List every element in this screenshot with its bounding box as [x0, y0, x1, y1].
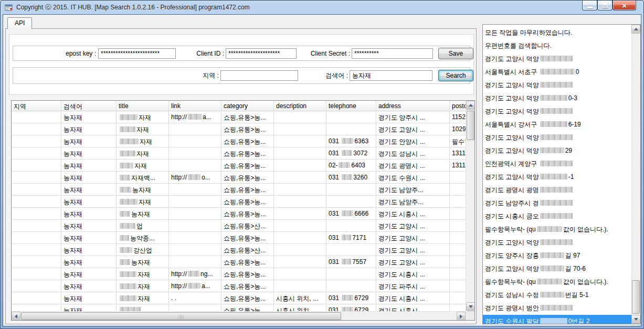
grid-cell[interactable]: 자재: [117, 268, 169, 280]
grid-cell[interactable]: 농자재: [61, 196, 117, 208]
grid-cell[interactable]: 쇼핑,유통>산...: [221, 220, 274, 232]
grid-cell[interactable]: [169, 304, 221, 311]
grid-cell[interactable]: 경기도 안양시 ...: [376, 135, 450, 147]
log-item[interactable]: 필수항목누락- (qu값이 없습니다.).: [483, 275, 631, 289]
grid-cell[interactable]: 경기도 남양주...: [376, 184, 450, 196]
grid-cell[interactable]: 02-6403: [326, 160, 376, 172]
grid-cell[interactable]: [12, 160, 61, 172]
log-item[interactable]: 경기도 고양시 덕양: [483, 131, 631, 144]
save-button[interactable]: Save: [438, 48, 473, 59]
table-row[interactable]: 농자재자재http://ng...쇼핑,유통>농...경기도 시흥시 ...: [12, 268, 466, 280]
grid-cell[interactable]: 농자재: [61, 256, 117, 268]
client-secret-input[interactable]: [352, 48, 433, 59]
grid-cell[interactable]: 경기도 광명시 ...: [376, 160, 450, 172]
grid-cell[interactable]: [12, 135, 61, 147]
table-row[interactable]: 농자재강산업쇼핑,유통>산...경기도 고양시 ...: [12, 244, 466, 256]
grid-cell[interactable]: 농자재: [61, 292, 117, 304]
grid-cell[interactable]: 031 6729: [326, 304, 376, 311]
grid-cell[interactable]: [274, 123, 326, 135]
grid-cell[interactable]: 농자재: [61, 304, 117, 311]
grid-cell[interactable]: 경기도 수원시 ...: [376, 172, 450, 184]
grid-cell[interactable]: http://a...: [169, 280, 221, 292]
grid-cell[interactable]: [12, 208, 61, 220]
grid-cell[interactable]: 자재: [117, 111, 169, 123]
grid-cell[interactable]: http://o...: [169, 172, 221, 184]
region-input[interactable]: [220, 70, 298, 81]
grid-cell[interactable]: [12, 280, 61, 292]
grid-cell[interactable]: [326, 244, 376, 256]
log-item[interactable]: 인천광역시 계양구: [483, 157, 631, 171]
grid-cell[interactable]: [274, 256, 326, 268]
log-item[interactable]: 경기도 고양시 덕양-1: [483, 171, 631, 184]
grid-cell[interactable]: [12, 292, 61, 304]
grid-cell[interactable]: [274, 160, 326, 172]
table-row[interactable]: 농자재자재쇼핑,유통>농...경기도 고양시 ...10290: [12, 123, 466, 135]
table-row[interactable]: 농자재자재http://a...쇼핑,유통>농...경기도 파주시 ...: [12, 280, 466, 292]
grid-cell[interactable]: 쇼핑,유통>농...: [221, 208, 274, 220]
client-id-input[interactable]: [226, 48, 297, 59]
grid-cell[interactable]: 농자재: [61, 111, 117, 123]
table-row[interactable]: 농자재자재http://a...쇼핑,유통>농...경기도 양주시 ...115…: [12, 111, 466, 123]
table-row[interactable]: 농자재농자재쇼핑,유통>농...경기도 남양주...: [12, 184, 466, 196]
log-item[interactable]: 경기도 성남시 수정번길 5-1: [483, 289, 631, 302]
grid-cell[interactable]: [12, 232, 61, 244]
table-row[interactable]: 농자재쇼핑,유통>농...시흥시 위치...031 6729경기도 시흥시...: [12, 304, 466, 311]
table-row[interactable]: 농자재자재쇼핑,유통>농...031 6363경기도 안양시 ...필수항목누락…: [12, 135, 466, 147]
grid-cell[interactable]: 농자재: [117, 208, 169, 220]
grid-cell[interactable]: [326, 196, 376, 208]
log-item[interactable]: 경기도 고양시 덕양: [483, 79, 631, 92]
grid-cell[interactable]: [169, 123, 221, 135]
grid-cell[interactable]: 경기도 시흥시 ...: [376, 208, 450, 220]
grid-cell[interactable]: 농자재: [61, 232, 117, 244]
grid-cell[interactable]: 경기도 고양시 ...: [376, 256, 450, 268]
grid-cell[interactable]: [274, 184, 326, 196]
vertical-scroll-thumb[interactable]: [467, 111, 474, 140]
grid-cell[interactable]: 농자재: [117, 184, 169, 196]
grid-cell[interactable]: 11522: [450, 111, 466, 123]
grid-cell[interactable]: 031 3072: [326, 147, 376, 160]
grid-cell[interactable]: [12, 123, 61, 135]
grid-cell[interactable]: 경기도 시흥시 ...: [376, 268, 450, 280]
log-item[interactable]: 경기도 남양주시 경: [483, 197, 631, 210]
grid-cell[interactable]: 쇼핑,유통>농...: [221, 111, 274, 123]
scroll-right-button[interactable]: [457, 312, 466, 321]
grid-cell[interactable]: 쇼핑,유통>농...: [221, 304, 274, 311]
grid-cell[interactable]: [274, 208, 326, 220]
column-header-3[interactable]: link: [169, 101, 221, 111]
grid-cell[interactable]: [12, 184, 61, 196]
epost-key-input[interactable]: [98, 48, 176, 59]
grid-cell[interactable]: [12, 256, 61, 268]
grid-cell[interactable]: 쇼핑,유통>농...: [221, 135, 274, 147]
grid-cell[interactable]: 경기도 시흥시...: [376, 304, 450, 311]
grid-cell[interactable]: 농자재: [61, 135, 117, 147]
maximize-button[interactable]: [597, 1, 613, 10]
grid-cell[interactable]: 농자재: [61, 184, 117, 196]
grid-cell[interactable]: 자재: [117, 196, 169, 208]
grid-cell[interactable]: 농약종...: [117, 232, 169, 244]
log-vertical-scrollbar[interactable]: [631, 25, 640, 324]
grid-cell[interactable]: [450, 184, 466, 196]
grid-cell[interactable]: [169, 196, 221, 208]
grid-cell[interactable]: 쇼핑,유통>농...: [221, 147, 274, 160]
log-scroll-thumb[interactable]: [632, 280, 640, 314]
table-row[interactable]: 농자재자재백...http://o...쇼핑,유통>농...031 3260경기…: [12, 172, 466, 184]
grid-cell[interactable]: 경기도 고양시 ...: [376, 123, 450, 135]
grid-cell[interactable]: 자재: [117, 292, 169, 304]
log-item[interactable]: 경기도 광명시 광명: [483, 184, 631, 197]
log-item[interactable]: 경기도 고양시 덕양: [483, 236, 631, 249]
grid-cell[interactable]: [12, 244, 61, 256]
log-item[interactable]: 경기도 고양시 덕양: [483, 52, 631, 66]
grid-cell[interactable]: 자재: [117, 160, 169, 172]
grid-cell[interactable]: 농자재: [61, 123, 117, 135]
grid-cell[interactable]: 쇼핑,유통>농...: [221, 160, 274, 172]
table-row[interactable]: 농자재농약종...쇼핑,유통>농...031 7171경기도 고양시 ...: [12, 232, 466, 244]
grid-cell[interactable]: 031 7557: [326, 256, 376, 268]
grid-cell[interactable]: [12, 172, 61, 184]
grid-cell[interactable]: 쇼핑,유통>농...: [221, 123, 274, 135]
grid-cell[interactable]: [274, 268, 326, 280]
grid-cell[interactable]: [450, 256, 466, 268]
grid-cell[interactable]: 쇼핑,유통>농...: [221, 172, 274, 184]
grid-cell[interactable]: 쇼핑,유통>농...: [221, 280, 274, 292]
log-item[interactable]: 경기도 시흥시 금오: [483, 210, 631, 223]
grid-cell[interactable]: [326, 268, 376, 280]
